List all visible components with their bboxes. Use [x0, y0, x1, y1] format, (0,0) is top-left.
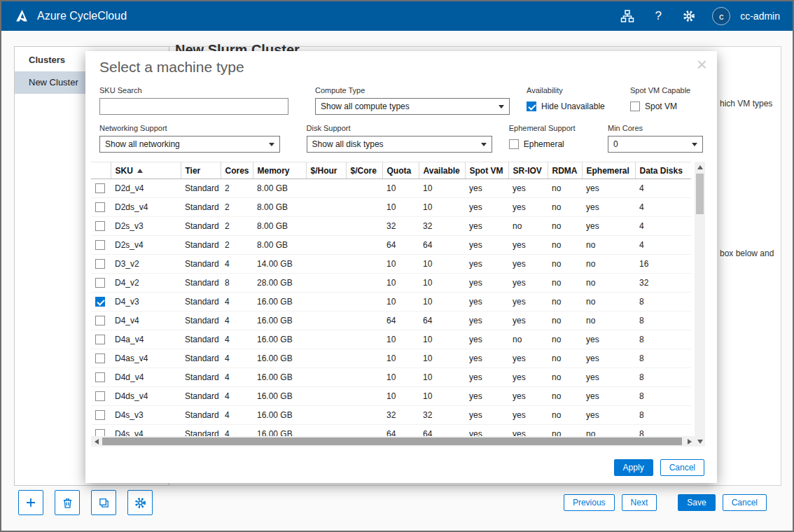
cell: 8.00 GB: [253, 217, 306, 236]
column-header--core[interactable]: $/Core: [346, 162, 382, 179]
top-bar: Azure CycleCloud ? c cc-admin: [1, 1, 793, 31]
cluster-settings-button[interactable]: [127, 490, 153, 515]
row-checkbox[interactable]: [95, 278, 105, 288]
column-header-sr-iov[interactable]: SR-IOV: [508, 162, 548, 179]
row-checkbox[interactable]: [95, 410, 105, 420]
row-checkbox[interactable]: [95, 354, 105, 363]
table-row-d4_v2[interactable]: D4_v2Standard828.00 GB1010yesyesnono32: [91, 274, 691, 293]
vertical-scrollbar[interactable]: [695, 162, 705, 447]
scroll-right-icon[interactable]: [684, 436, 695, 447]
ephemeral-support-filter: Ephemeral Support Ephemeral: [509, 124, 606, 153]
cell: 10: [419, 349, 465, 368]
checkbox-icon[interactable]: [630, 102, 640, 111]
table-row-d4as_v4[interactable]: D4as_v4Standard416.00 GB1010yesyesnoyes8: [91, 349, 691, 368]
row-checkbox-cell: [91, 198, 111, 217]
row-checkbox[interactable]: [95, 202, 105, 212]
cell: 4: [635, 179, 691, 198]
row-checkbox[interactable]: [95, 391, 105, 401]
avatar[interactable]: c: [712, 7, 730, 25]
row-checkbox[interactable]: [95, 372, 105, 382]
gear-icon[interactable]: [681, 8, 697, 24]
table-row-d2ds_v4[interactable]: D2ds_v4Standard28.00 GB1010yesyesnoyes4: [91, 198, 691, 217]
column-header-cores[interactable]: Cores: [221, 162, 253, 179]
table-row-d4s_v4[interactable]: D4s_v4Standard416.00 GB6464yesyesnono8: [91, 425, 691, 437]
row-checkbox-cell: [91, 255, 111, 274]
chevron-down-icon: [499, 105, 504, 108]
row-checkbox[interactable]: [95, 429, 105, 436]
table-row-d4d_v4[interactable]: D4d_v4Standard416.00 GB1010yesyesnoyes8: [91, 368, 691, 387]
table-row-d2s_v3[interactable]: D2s_v3Standard28.00 GB3232yesnonoyes4: [91, 217, 691, 236]
username[interactable]: cc-admin: [740, 10, 780, 22]
column-header-ephemeral[interactable]: Ephemeral: [582, 162, 635, 179]
ephemeral-checkbox[interactable]: Ephemeral: [509, 136, 606, 153]
add-cluster-button[interactable]: [18, 490, 43, 515]
cell: Standard: [181, 368, 221, 387]
hide-unavailable-checkbox[interactable]: Hide Unavailable: [527, 98, 629, 115]
table-row-d4ds_v4[interactable]: D4ds_v4Standard416.00 GB1010yesyesnoyes8: [91, 387, 691, 406]
close-icon[interactable]: ×: [697, 55, 707, 74]
cell: yes: [508, 198, 548, 217]
checkbox-icon[interactable]: [527, 102, 536, 111]
cell: no: [548, 217, 582, 236]
column-header-data-disks[interactable]: Data Disks: [635, 162, 691, 179]
scroll-left-icon[interactable]: [91, 436, 102, 447]
table-row-d4s_v3[interactable]: D4s_v3Standard416.00 GB3232yesyesnoyes8: [91, 406, 691, 425]
table-row-d4_v4[interactable]: D4_v4Standard416.00 GB6464yesyesnono8: [91, 312, 691, 330]
scroll-up-icon[interactable]: [695, 162, 705, 172]
cell: yes: [508, 179, 548, 198]
column-header-memory[interactable]: Memory: [253, 162, 306, 179]
table-row-d4_v3[interactable]: D4_v3Standard416.00 GB1010yesyesnono8: [91, 293, 691, 312]
save-button[interactable]: Save: [678, 494, 715, 511]
vertical-scroll-thumb[interactable]: [696, 174, 704, 214]
spot-vm-checkbox[interactable]: Spot VM: [630, 98, 703, 115]
cluster-topology-icon[interactable]: [620, 8, 635, 24]
column-header-spot-vm[interactable]: Spot VM: [465, 162, 508, 179]
table-row-d4a_v4[interactable]: D4a_v4Standard416.00 GB1010yesnonoyes8: [91, 330, 691, 349]
previous-button[interactable]: Previous: [564, 494, 615, 511]
cell: no: [548, 236, 582, 255]
table-row-d3_v2[interactable]: D3_v2Standard414.00 GB1010yesyesnono16: [91, 255, 691, 274]
row-checkbox[interactable]: [95, 297, 105, 307]
networking-support-select[interactable]: Show all networking: [99, 136, 280, 153]
column-header--hour[interactable]: $/Hour: [306, 162, 346, 179]
min-cores-select[interactable]: 0: [608, 136, 703, 153]
row-checkbox[interactable]: [95, 240, 105, 250]
sku-search-input[interactable]: [99, 98, 288, 115]
cell: yes: [582, 387, 635, 406]
column-header-quota[interactable]: Quota: [382, 162, 419, 179]
disk-support-value: Show all disk types: [312, 139, 384, 149]
table-row-d2s_v4[interactable]: D2s_v4Standard28.00 GB6464yesyesnono4: [91, 236, 691, 255]
delete-cluster-button[interactable]: [55, 490, 80, 515]
column-header-rdma[interactable]: RDMA: [548, 162, 582, 179]
column-header-available[interactable]: Available: [419, 162, 465, 179]
row-checkbox[interactable]: [95, 335, 105, 344]
cell: yes: [582, 198, 635, 217]
cell: 8: [635, 368, 691, 387]
checkbox-icon[interactable]: [509, 139, 519, 149]
row-checkbox[interactable]: [95, 259, 105, 269]
cancel-button[interactable]: Cancel: [723, 494, 767, 511]
cell: yes: [465, 425, 508, 437]
duplicate-cluster-button[interactable]: [91, 490, 116, 515]
cell: 8: [635, 293, 691, 312]
horizontal-scroll-thumb[interactable]: [102, 438, 682, 445]
row-checkbox[interactable]: [95, 221, 105, 231]
cell: [306, 217, 346, 236]
column-header-sku[interactable]: SKU: [111, 162, 181, 179]
dialog-cancel-button[interactable]: Cancel: [660, 459, 704, 476]
table-row-d2d_v4[interactable]: D2d_v4Standard28.00 GB1010yesyesnoyes4: [91, 179, 691, 198]
cell: no: [548, 255, 582, 274]
horizontal-scrollbar[interactable]: [91, 436, 695, 447]
row-checkbox[interactable]: [95, 183, 105, 193]
column-header-tier[interactable]: Tier: [181, 162, 221, 179]
row-checkbox[interactable]: [95, 316, 105, 326]
help-icon[interactable]: ?: [650, 8, 666, 24]
disk-support-select[interactable]: Show all disk types: [307, 136, 492, 153]
cell: yes: [508, 312, 548, 330]
scroll-down-icon[interactable]: [695, 436, 705, 447]
next-button[interactable]: Next: [622, 494, 657, 511]
cell: yes: [582, 406, 635, 425]
compute-type-select[interactable]: Show all compute types: [315, 98, 510, 115]
apply-button[interactable]: Apply: [614, 459, 653, 476]
row-checkbox-cell: [91, 425, 111, 437]
